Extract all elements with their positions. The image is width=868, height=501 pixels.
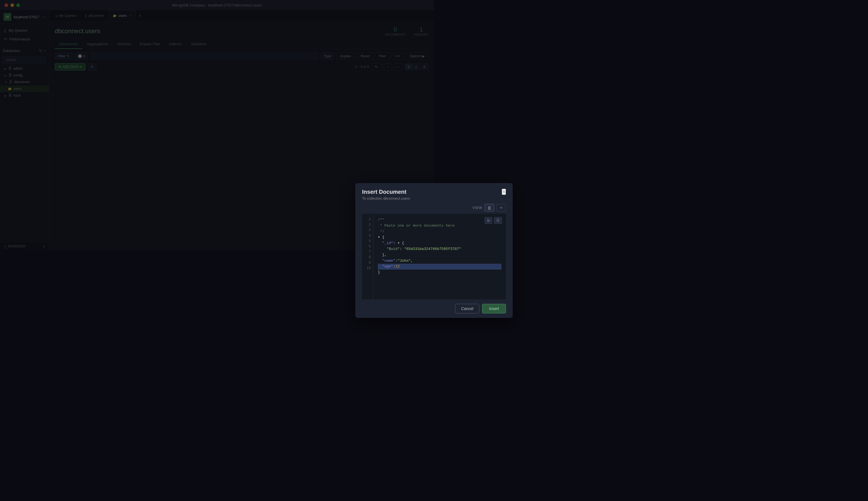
line-numbers: 1 2 3 4 5 6 7 8 9 10 <box>362 214 373 250</box>
code-line-6: "$oid": "65d331ba324766b7595f3707" <box>378 246 434 250</box>
modal-view-toggle: VIEW {} ≡ <box>355 204 434 214</box>
code-line-3: */ <box>378 229 434 235</box>
modal-header: Insert Document To collection dbconnect.… <box>355 183 434 204</box>
line-num-5: 5 <box>364 239 371 244</box>
line-num-6: 6 <box>364 244 371 249</box>
insert-document-modal: Insert Document To collection dbconnect.… <box>355 183 434 250</box>
line-num-4: 4 <box>364 233 371 239</box>
line-num-1: 1 <box>364 217 371 222</box>
code-line-4: ▾ { <box>378 234 434 241</box>
code-editor[interactable]: 1 2 3 4 5 6 7 8 9 10 /** * Paste one or … <box>362 214 434 250</box>
modal-title: Insert Document <box>362 189 410 195</box>
line-num-3: 3 <box>364 228 371 233</box>
code-line-5: "_id": ▾ { <box>378 241 434 246</box>
modal-subtitle: To collection dbconnect.users <box>362 196 410 201</box>
code-line-2: * Paste one or more documents here <box>378 223 434 229</box>
line-num-2: 2 <box>364 222 371 228</box>
modal-overlay[interactable]: Insert Document To collection dbconnect.… <box>0 0 434 250</box>
code-content[interactable]: /** * Paste one or more documents here *… <box>373 214 434 250</box>
code-line-1: /** <box>378 217 434 223</box>
line-num-7: 7 <box>364 249 371 250</box>
